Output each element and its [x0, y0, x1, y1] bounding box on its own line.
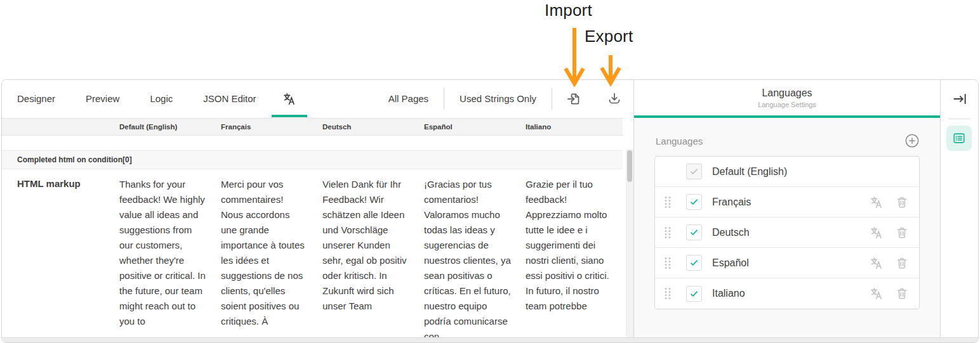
sidebar-toolbar [941, 80, 978, 342]
edit-translation-icon[interactable] [869, 195, 884, 210]
property-grid-button[interactable] [946, 126, 972, 151]
column-header-espanol: Español [419, 119, 520, 135]
list-item-italiano: Italiano [655, 278, 919, 309]
translation-cell-francais[interactable]: Merci pour vos commentaires! Nous accord… [216, 169, 317, 343]
creator-tab-bar: Designer Preview Logic JSON Editor All P… [2, 80, 633, 117]
languages-panel: Languages Language Settings Languages De… [634, 80, 940, 342]
table-row: HTML markup Thanks for your feedback! We… [2, 169, 623, 343]
tab-preview[interactable]: Preview [70, 80, 135, 117]
language-label: Italiano [712, 288, 745, 299]
language-label: Español [712, 257, 749, 269]
translation-cell-deutsch[interactable]: Vielen Dank für Ihr Feedback! Wir schätz… [317, 169, 419, 343]
import-annotation-label: Import [545, 1, 592, 20]
translation-table-header: Default (English) Français Deutsch Españ… [2, 118, 623, 136]
translation-tab-content: Designer Preview Logic JSON Editor All P… [2, 80, 633, 342]
checkbox-deutsch[interactable] [686, 224, 702, 240]
language-label: Deutsch [712, 227, 750, 238]
tab-translation[interactable] [272, 80, 307, 117]
import-icon [566, 91, 581, 107]
tab-designer[interactable]: Designer [2, 80, 70, 117]
edit-translation-icon[interactable] [869, 256, 884, 271]
panel-header: Languages Language Settings [634, 80, 940, 115]
download-icon [607, 91, 622, 107]
delete-language-icon[interactable] [894, 225, 910, 240]
translation-cell-espanol[interactable]: ¡Gracias por tus comentarios! Valoramos … [419, 169, 520, 343]
table-scrollbar-thumb[interactable] [627, 150, 632, 182]
horizontal-scrollbar[interactable] [2, 337, 978, 342]
checkbox-espanol[interactable] [686, 255, 702, 271]
header-spacer [2, 119, 114, 135]
column-header-default: Default (English) [114, 119, 216, 135]
check-icon [689, 257, 699, 268]
list-item-deutsch: Deutsch [655, 217, 919, 248]
delete-language-icon[interactable] [894, 256, 910, 271]
table-scrollbar[interactable] [626, 149, 633, 337]
strings-filter-dropdown[interactable]: Used Strings Only [444, 80, 552, 117]
table-section-header: Completed html on condition[0] [2, 150, 623, 169]
translation-screen: Import Export Designer Preview Logic JSO… [0, 0, 980, 343]
drag-handle-icon[interactable] [664, 287, 672, 300]
translate-icon [282, 91, 297, 107]
collapse-panel-button[interactable] [951, 90, 968, 107]
property-grid-icon [952, 131, 966, 145]
column-header-deutsch: Deutsch [317, 119, 419, 135]
checkbox-italiano[interactable] [686, 286, 702, 302]
checkbox-default-english [686, 164, 702, 179]
panel-subtitle: Language Settings [758, 101, 816, 108]
language-list: Default (English) Français [654, 156, 920, 309]
checkbox-francais[interactable] [686, 194, 702, 210]
panel-accent-bar [634, 115, 940, 118]
language-label: Français [712, 197, 751, 208]
delete-language-icon[interactable] [894, 286, 910, 301]
export-annotation-label: Export [585, 27, 633, 46]
add-language-button[interactable] [904, 133, 920, 148]
column-header-italiano: Italiano [520, 119, 622, 135]
check-icon [689, 227, 699, 238]
list-item-francais: Français [655, 187, 919, 217]
check-icon [689, 166, 699, 177]
check-icon [689, 197, 699, 207]
languages-section-header: Languages [656, 133, 920, 148]
language-label: Default (English) [712, 166, 787, 178]
strip-separator [948, 119, 970, 119]
tab-json-editor[interactable]: JSON Editor [188, 80, 271, 117]
list-item-espanol: Español [655, 248, 919, 278]
check-icon [689, 288, 699, 299]
survey-creator-window: Designer Preview Logic JSON Editor All P… [1, 79, 979, 343]
edit-translation-icon[interactable] [869, 286, 884, 301]
drag-handle-icon[interactable] [664, 257, 672, 269]
import-annotation-arrow [563, 28, 586, 87]
delete-language-icon[interactable] [894, 195, 910, 210]
column-header-francais: Français [216, 119, 317, 135]
pages-filter-dropdown[interactable]: All Pages [373, 80, 444, 117]
translation-cell-italiano[interactable]: Grazie per il tuo feedback! Apprezziamo … [520, 169, 622, 343]
string-row-label: HTML markup [2, 169, 114, 343]
languages-section-label: Languages [656, 136, 703, 146]
tab-logic[interactable]: Logic [135, 80, 188, 117]
list-item-default-english: Default (English) [655, 157, 919, 187]
translation-cell-default[interactable]: Thanks for your feedback! We highly valu… [114, 169, 216, 343]
export-annotation-arrow [599, 55, 622, 87]
edit-translation-icon[interactable] [869, 225, 884, 240]
drag-handle-icon[interactable] [664, 196, 672, 209]
panel-title: Languages [762, 87, 812, 99]
drag-handle-icon[interactable] [664, 226, 672, 239]
